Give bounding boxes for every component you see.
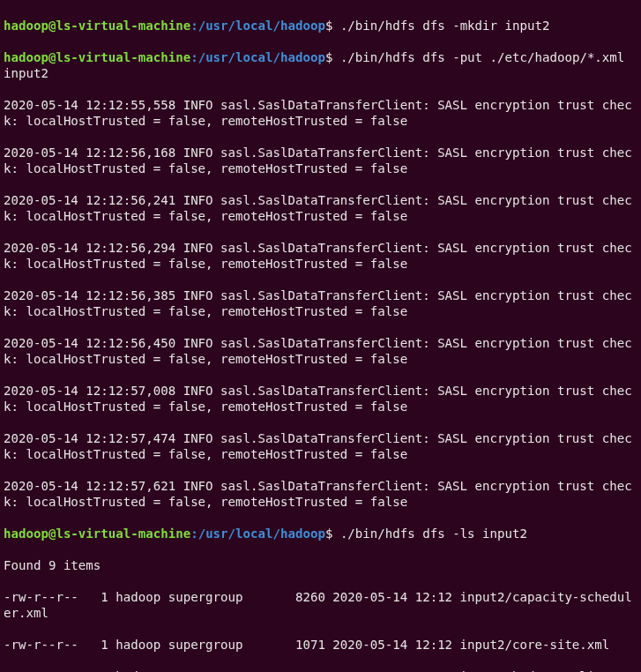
- log-line: 2020-05-14 12:12:57,474 INFO sasl.SaslDa…: [4, 430, 637, 462]
- prompt-sep: :: [190, 50, 198, 64]
- log-line: 2020-05-14 12:12:55,558 INFO sasl.SaslDa…: [4, 97, 637, 129]
- prompt-sep: :: [190, 19, 198, 33]
- prompt-symbol: $: [325, 526, 340, 541]
- prompt-user: hadoop@ls-virtual-machine: [4, 50, 190, 64]
- prompt-sep: :: [190, 526, 198, 541]
- command-mkdir: ./bin/hdfs dfs -mkdir input2: [340, 19, 550, 33]
- log-line: 2020-05-14 12:12:56,294 INFO sasl.SaslDa…: [4, 240, 637, 272]
- prompt-line-2: hadoop@ls-virtual-machine:/usr/local/had…: [4, 49, 637, 81]
- log-line: 2020-05-14 12:12:57,008 INFO sasl.SaslDa…: [4, 383, 637, 414]
- log-line: 2020-05-14 12:12:56,168 INFO sasl.SaslDa…: [4, 145, 637, 176]
- prompt-user: hadoop@ls-virtual-machine: [4, 19, 190, 33]
- log-line: 2020-05-14 12:12:56,450 INFO sasl.SaslDa…: [4, 335, 637, 367]
- log-line: 2020-05-14 12:12:57,621 INFO sasl.SaslDa…: [4, 478, 637, 510]
- log-line: 2020-05-14 12:12:56,241 INFO sasl.SaslDa…: [4, 192, 637, 224]
- log-line: 2020-05-14 12:12:56,385 INFO sasl.SaslDa…: [4, 287, 637, 319]
- prompt-line-3: hadoop@ls-virtual-machine:/usr/local/had…: [4, 526, 637, 541]
- ls-header: Found 9 items: [4, 557, 637, 573]
- ls-row: -rw-r--r-- 1 hadoop supergroup 1071 2020…: [4, 637, 637, 653]
- command-ls: ./bin/hdfs dfs -ls input2: [340, 526, 527, 541]
- terminal[interactable]: hadoop@ls-virtual-machine:/usr/local/had…: [0, 0, 641, 672]
- prompt-symbol: $: [325, 19, 340, 33]
- prompt-path: /usr/local/hadoop: [198, 19, 325, 33]
- ls-row: -rw-r--r-- 1 hadoop supergroup 8260 2020…: [4, 589, 637, 621]
- prompt-user: hadoop@ls-virtual-machine: [4, 526, 190, 541]
- prompt-path: /usr/local/hadoop: [198, 526, 325, 541]
- prompt-line-1: hadoop@ls-virtual-machine:/usr/local/had…: [4, 18, 637, 34]
- prompt-path: /usr/local/hadoop: [198, 50, 325, 64]
- prompt-symbol: $: [325, 50, 340, 64]
- ls-row: -rw-r--r-- 1 hadoop supergroup 11392 202…: [4, 668, 637, 672]
